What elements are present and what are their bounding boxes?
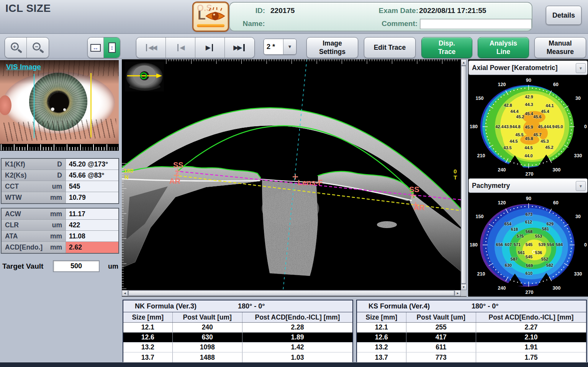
map-value: 44.4 [510,109,519,114]
comment-input[interactable] [420,19,532,29]
eye-icon [205,7,225,23]
ar-marker-left: AR [169,177,180,185]
map-value: 45.4 [525,111,533,116]
column-header: Size [mm] [123,312,173,322]
edit-trace-button[interactable]: Edit Trace [364,37,416,58]
scroll-right-icon[interactable]: ► [455,290,461,296]
scroll-down-icon[interactable]: ▼ [461,284,467,290]
first-scan-button[interactable]: ◀◀ [136,38,166,58]
formula-row[interactable]: 13.714881.03 [123,352,352,362]
pachymetry-map-selector[interactable]: Pachymetry ▼ [468,178,588,193]
header: ICL SIZE O.S L ID: 220175 Exam Date: 202… [0,0,588,34]
scan-number-dropdown[interactable]: 2 * ▼ [264,39,296,55]
name-label: Name: [230,20,265,28]
maps-panel: Axial Power [Keratometric] ▼ 90120601503… [468,59,588,297]
nk-formula-table: NK Formula (Ver.3) 180° - 0° Size [mm]Po… [123,300,353,362]
map-value: 44.3 [525,102,533,107]
oct-bscan-viewport: SS AR SS AR Lens-F 180 N 0 T [122,59,467,297]
formula-cell: 1098 [173,343,242,352]
eye-laterality-button[interactable]: O.S L [192,2,229,32]
angle-label: 300 [553,285,561,291]
angle-label: 90 [526,196,531,201]
manual-measure-button[interactable]: Manual Measure [534,37,586,58]
map-value: 545 [526,242,532,247]
column-header: Post Vault [um] [406,312,476,322]
ss-marker-left: SS [173,161,183,169]
angle-label: 30 [575,96,581,101]
v is-image-link[interactable]: VIS Image [6,63,41,71]
scroll-left-icon[interactable]: ◄ [122,290,128,296]
angle-label: 60 [553,200,559,206]
left-panel: VIS Image K1(Kf)D45.20 @173°K2(Ks)D45.66… [0,59,120,362]
map-value: 43.9 [504,124,512,129]
map-value: 673 [526,212,532,217]
zoom-in-button[interactable]: + [5,38,27,58]
map-value: 539 [539,242,545,247]
comment-label: Comment: [362,20,418,28]
angle-label: 150 [476,214,484,219]
formula-row[interactable]: 13.77731.75 [357,352,586,362]
exam-date-value: 2022/08/11 17:21:55 [418,7,486,15]
disp-trace-button[interactable]: Disp. Trace [421,37,472,58]
map-value: 612 [525,220,532,224]
exam-date-label: Exam Date: [362,7,418,15]
ks-formula-body: 12.12552.2712.64172.1013.26111.9113.7773… [357,323,586,362]
next-scan-button[interactable]: ▶ [195,38,225,58]
scan-number-value: 2 * [264,39,283,54]
map-value: 44.9 [546,124,554,129]
zoom-out-button[interactable]: − [27,38,49,58]
oct-horizontal-scrollbar[interactable]: ◄ ► [122,290,461,296]
vertical-scroll-thumb[interactable] [461,66,466,284]
formula-row[interactable]: 12.64172.10 [357,333,586,343]
formula-cell: 1.89 [242,333,352,342]
measurement-label: CLRum [2,220,66,230]
map-value: 575 [517,234,524,238]
last-scan-button[interactable]: ▶▶ [225,38,254,58]
photo-ruler [0,144,119,151]
fit-height-button[interactable]: ↕ [104,38,120,58]
formula-row[interactable]: 12.12402.28 [123,323,352,333]
axial-power-map-selector[interactable]: Axial Power [Keratometric] ▼ [468,60,588,75]
analysis-line-button[interactable]: Analysis Line [478,37,529,58]
oct-vertical-scrollbar[interactable]: ▲ ▼ [461,59,467,290]
measurement-row: WTWmm10.79 [2,192,118,203]
map-value: 43.5 [503,145,511,150]
fit-button-group: ↔ ↕ [87,37,120,58]
details-button[interactable]: Details [546,6,581,25]
map-value: 584 [556,242,563,247]
formula-cell: 13.2 [123,343,173,352]
fit-width-button[interactable]: ↔ [88,38,104,58]
fit-width-icon: ↔ [90,44,101,52]
image-settings-button[interactable]: Image Settings [306,37,358,58]
map-value: 630 [505,263,512,268]
map-value: 587 [511,257,518,261]
target-vault-input[interactable] [53,260,100,272]
map-dropdown-icon[interactable]: ▼ [576,63,586,73]
map-dropdown-icon[interactable]: ▼ [576,181,586,191]
map-value: 610 [526,271,532,276]
footer-bar [0,362,588,367]
angle-label: 60 [553,82,559,87]
dropdown-arrow-icon[interactable]: ▼ [283,39,296,54]
previous-scan-button[interactable]: ◀ [166,38,195,58]
temporal-label: T [454,174,457,181]
formula-row[interactable]: 12.66301.89 [123,333,352,343]
formula-cell: 611 [406,343,476,352]
formula-cell: 12.6 [357,333,406,342]
map-value: 45.4 [541,109,549,114]
angle-label: 330 [574,271,582,277]
formula-row[interactable]: 13.26111.91 [357,343,586,352]
map-value: 561 [518,250,525,255]
scroll-up-icon[interactable]: ▲ [461,59,467,65]
map-value: 45.4 [538,124,546,129]
measurement-value: 10.79 [66,192,118,203]
formula-cell: 2.28 [242,323,352,332]
measurement-value: 11.17 [66,209,118,219]
map-value: 654 [504,222,512,226]
id-value: 220175 [265,7,362,15]
formula-row[interactable]: 12.12552.27 [357,323,586,333]
map-value: 42.9 [525,95,533,99]
measure-line-cyan [34,74,34,138]
formula-row[interactable]: 13.210981.42 [123,343,352,352]
horizontal-scroll-thumb[interactable] [128,290,454,296]
